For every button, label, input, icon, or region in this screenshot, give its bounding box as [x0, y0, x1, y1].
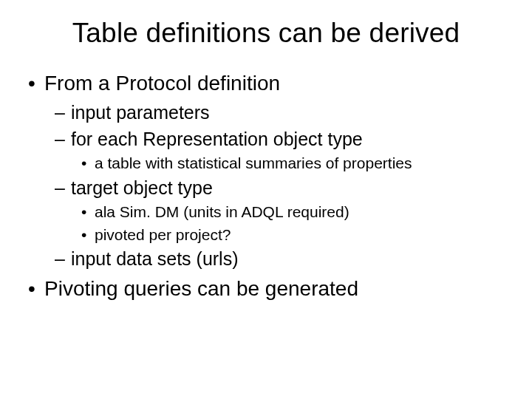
bullet-text: pivoted per project? [95, 226, 231, 243]
bullet-text: for each Representation object type [71, 129, 363, 149]
bullet-lvl2: target object type ala Sim. DM (units in… [71, 176, 508, 245]
bullet-sublist: input parameters for each Representation… [44, 100, 508, 272]
bullet-list: From a Protocol definition input paramet… [24, 69, 508, 303]
bullet-text: From a Protocol definition [44, 72, 280, 95]
bullet-lvl2: input data sets (urls) [71, 247, 508, 272]
bullet-lvl2: for each Representation object type a ta… [71, 127, 508, 174]
slide-title: Table definitions can be derived [24, 18, 508, 49]
bullet-lvl1: From a Protocol definition input paramet… [44, 69, 508, 272]
bullet-text: a table with statistical summaries of pr… [95, 154, 412, 171]
bullet-lvl1: Pivoting queries can be generated [44, 275, 508, 303]
bullet-text: input parameters [71, 102, 210, 123]
bullet-lvl3: ala Sim. DM (units in ADQL required) [95, 202, 508, 222]
bullet-lvl3: pivoted per project? [95, 225, 508, 245]
bullet-lvl2: input parameters [71, 100, 508, 126]
bullet-sublist: ala Sim. DM (units in ADQL required) piv… [71, 202, 508, 245]
bullet-text: target object type [71, 177, 213, 198]
bullet-text: ala Sim. DM (units in ADQL required) [95, 203, 349, 220]
bullet-text: Pivoting queries can be generated [44, 277, 358, 300]
slide: Table definitions can be derived From a … [0, 0, 532, 399]
bullet-lvl3: a table with statistical summaries of pr… [95, 153, 508, 174]
bullet-text: input data sets (urls) [71, 248, 239, 269]
bullet-sublist: a table with statistical summaries of pr… [71, 153, 508, 174]
